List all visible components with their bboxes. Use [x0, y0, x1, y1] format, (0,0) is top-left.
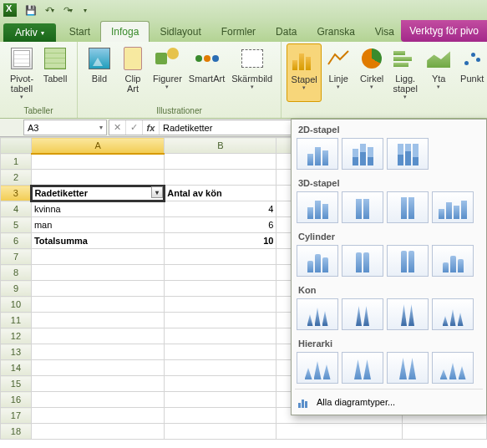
pie-chart-button[interactable]: Cirkel▾: [355, 43, 388, 102]
shapes-button[interactable]: Figurer▾: [150, 43, 185, 95]
save-button[interactable]: 💾: [23, 2, 39, 18]
chart-type-100stacked-column-3d[interactable]: [387, 191, 429, 223]
shapes-icon: [155, 48, 179, 69]
contextual-tab-pivot[interactable]: Verktyg för pivo: [401, 20, 487, 42]
chart-type-stacked-pyramid[interactable]: [342, 352, 383, 384]
row-header[interactable]: 3: [1, 186, 32, 201]
cell-B6[interactable]: 10: [165, 233, 276, 249]
column-chart-menu: 2D-stapel 3D-stapel Cylinder Kon Hierark…: [291, 119, 487, 415]
excel-icon[interactable]: [3, 3, 17, 17]
filter-dropdown-button[interactable]: ▾: [151, 186, 163, 198]
column-chart-button[interactable]: Stapel▾: [287, 43, 322, 102]
section-2d-column: 2D-stapel: [292, 120, 486, 138]
tab-infoga[interactable]: Infoga: [100, 21, 150, 42]
screenshot-icon: [241, 49, 263, 68]
cell-B5[interactable]: 6: [165, 217, 276, 233]
bar-chart-icon: [393, 48, 417, 69]
group-charts: Stapel▾ Linje▾ Cirkel▾ Ligg. stapel▾ Yta…: [282, 42, 487, 118]
cell-A4[interactable]: kvinna: [31, 201, 164, 217]
cell-A5[interactable]: man: [31, 217, 164, 233]
chart-type-cylinder-3d[interactable]: [432, 245, 474, 277]
line-chart-button[interactable]: Linje▾: [322, 43, 355, 102]
chart-type-100stacked-pyramid[interactable]: [387, 352, 429, 384]
all-chart-types-button[interactable]: Alla diagramtyper...: [292, 391, 486, 413]
chart-type-cone-3d[interactable]: [432, 298, 474, 330]
tab-granska[interactable]: Granska: [307, 22, 364, 42]
row-header[interactable]: 4: [1, 201, 32, 217]
chart-type-100stacked-cone[interactable]: [387, 298, 429, 330]
tab-formler[interactable]: Formler: [211, 22, 266, 42]
section-3d-column: 3D-stapel: [292, 173, 486, 191]
chart-type-stacked-column-3d[interactable]: [342, 191, 383, 223]
row-header[interactable]: 14: [1, 360, 32, 376]
chart-icon: [298, 396, 312, 408]
area-chart-icon: [427, 49, 450, 68]
scatter-chart-icon: [461, 48, 483, 69]
row-header[interactable]: 17: [1, 408, 32, 424]
accept-formula-button[interactable]: ✓: [126, 120, 143, 135]
select-all-button[interactable]: [1, 138, 32, 154]
row-header[interactable]: 11: [1, 313, 32, 328]
ribbon: Pivot- tabell▾ Tabell Tabeller Bild Clip…: [0, 42, 487, 119]
section-pyramid: Hierarki: [292, 333, 486, 352]
chart-type-clustered-cone[interactable]: [297, 298, 338, 330]
cell-A3[interactable]: Radetiketter▾: [31, 186, 164, 201]
row-header[interactable]: 12: [1, 328, 32, 344]
clipart-icon: [124, 47, 142, 70]
chart-type-100stacked-cylinder[interactable]: [387, 245, 429, 277]
col-header-A[interactable]: A: [31, 138, 164, 154]
row-header[interactable]: 7: [1, 249, 32, 265]
chart-type-100stacked-column-2d[interactable]: [387, 138, 429, 170]
chart-type-stacked-cylinder[interactable]: [342, 245, 383, 277]
row-header[interactable]: 5: [1, 217, 32, 233]
group-label-illustrations: Illustrationer: [156, 104, 201, 118]
smartart-icon: [195, 48, 219, 69]
undo-button[interactable]: ↶▾: [41, 2, 58, 18]
line-chart-icon: [327, 48, 350, 69]
row-header[interactable]: 2: [1, 170, 32, 186]
redo-button[interactable]: ↷▾: [59, 2, 76, 18]
screenshot-button[interactable]: Skärmbild▾: [228, 43, 276, 95]
row-header[interactable]: 10: [1, 297, 32, 313]
table-button[interactable]: Tabell: [38, 43, 72, 102]
chart-type-clustered-column-2d[interactable]: [297, 138, 338, 170]
row-header[interactable]: 18: [1, 424, 32, 440]
picture-button[interactable]: Bild: [83, 43, 116, 95]
row-header[interactable]: 1: [1, 154, 32, 170]
scatter-chart-button[interactable]: Punkt: [455, 43, 487, 102]
smartart-button[interactable]: SmartArt: [185, 43, 228, 95]
clipart-button[interactable]: Clip Art: [116, 43, 150, 95]
row-header[interactable]: 6: [1, 233, 32, 249]
row-header[interactable]: 13: [1, 344, 32, 360]
file-tab[interactable]: Arkiv▾: [3, 23, 56, 42]
name-box[interactable]: A3▾: [23, 120, 107, 135]
tab-visa[interactable]: Visa: [365, 22, 404, 42]
pivot-icon: [11, 48, 33, 69]
chart-type-clustered-column-3d[interactable]: [297, 191, 338, 223]
chart-type-stacked-cone[interactable]: [342, 298, 383, 330]
chart-type-stacked-column-2d[interactable]: [342, 138, 383, 170]
tab-start[interactable]: Start: [59, 22, 100, 42]
row-header[interactable]: 8: [1, 265, 32, 281]
row-header[interactable]: 15: [1, 376, 32, 392]
chart-type-pyramid-3d[interactable]: [432, 352, 474, 384]
area-chart-button[interactable]: Yta▾: [422, 43, 455, 102]
row-header[interactable]: 9: [1, 281, 32, 297]
col-header-B[interactable]: B: [165, 138, 276, 154]
row-header[interactable]: 16: [1, 392, 32, 408]
tab-sidlayout[interactable]: Sidlayout: [150, 22, 211, 42]
cell-A6[interactable]: Totalsumma: [31, 233, 164, 249]
chart-type-clustered-cylinder[interactable]: [297, 245, 338, 277]
group-label-tables: Tabeller: [23, 104, 53, 118]
chart-type-clustered-pyramid[interactable]: [297, 352, 338, 384]
tab-data[interactable]: Data: [266, 22, 307, 42]
bar-chart-button[interactable]: Ligg. stapel▾: [388, 43, 422, 102]
cancel-formula-button[interactable]: ✕: [109, 120, 126, 135]
cell-B3[interactable]: Antal av kön: [165, 186, 276, 201]
chart-type-column-3d[interactable]: [432, 191, 474, 223]
fx-button[interactable]: fx: [143, 121, 160, 135]
cell-B4[interactable]: 4: [165, 201, 276, 217]
customize-qat[interactable]: ▾: [78, 2, 94, 18]
pivottable-button[interactable]: Pivot- tabell▾: [5, 43, 38, 102]
section-cylinder: Cylinder: [292, 227, 486, 245]
